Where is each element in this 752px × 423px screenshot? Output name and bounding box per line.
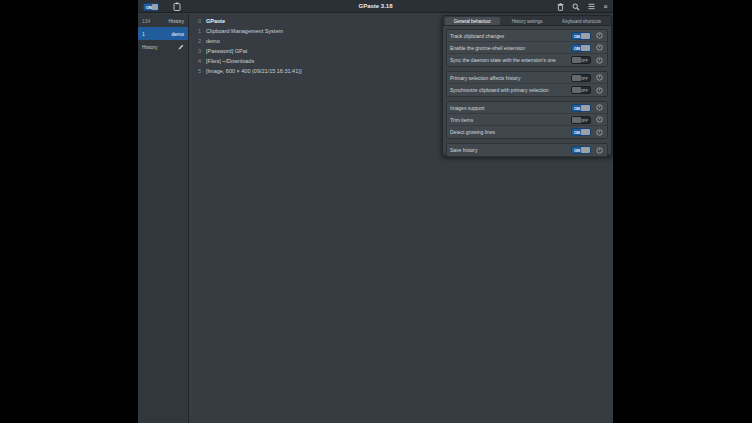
switch-state-label: OFF — [580, 75, 588, 80]
settings-group-clipboard: Track clipboard changes ON Enable the gn… — [446, 29, 608, 67]
setting-label: Images support — [450, 105, 571, 111]
empty-history-trash-icon[interactable] — [557, 3, 564, 11]
settings-tabs: General behaviour History settings Keybo… — [443, 16, 611, 26]
item-text: [Password] GPat — [206, 48, 247, 54]
history-item-count: 134 — [142, 18, 150, 24]
reset-setting-icon[interactable] — [596, 116, 603, 123]
switch-knob — [572, 117, 581, 123]
toggle-switch[interactable]: ON — [571, 44, 591, 52]
reset-setting-icon[interactable] — [596, 87, 603, 94]
rename-row-label: History — [142, 44, 158, 50]
switch-knob — [581, 129, 590, 135]
setting-label: Primary selection affects history — [450, 75, 571, 81]
close-icon[interactable]: × — [603, 3, 608, 11]
item-text: [Image, 600 × 400 (09/21/15 16:31:41)] — [206, 68, 302, 74]
settings-popover: General behaviour History settings Keybo… — [442, 15, 612, 156]
history-item-label: demo — [171, 31, 184, 37]
toggle-switch[interactable]: OFF — [571, 116, 591, 124]
setting-images-support: Images support ON — [447, 102, 607, 114]
settings-content: Track clipboard changes ON Enable the gn… — [443, 26, 611, 157]
switch-state-label: ON — [574, 45, 580, 50]
switch-knob — [581, 147, 590, 153]
item-index: 4 — [198, 58, 206, 64]
toggle-switch[interactable]: OFF — [571, 56, 591, 64]
tab-general-behaviour[interactable]: General behaviour — [445, 17, 500, 25]
clipboard-icon[interactable] — [173, 2, 181, 11]
headerbar: ON GPaste 3.18 — [138, 0, 613, 13]
sidebar-item-demo[interactable]: 1 demo — [138, 27, 188, 40]
setting-label: Trim items — [450, 117, 571, 123]
tab-history-settings[interactable]: History settings — [500, 17, 555, 25]
setting-track-clipboard-changes: Track clipboard changes ON — [447, 30, 607, 42]
item-text: GPaste — [206, 18, 225, 24]
window-title: GPaste 3.18 — [358, 3, 392, 9]
setting-save-history: Save history ON — [447, 144, 607, 156]
reset-setting-icon[interactable] — [596, 147, 603, 154]
switch-state-label: OFF — [580, 88, 588, 93]
switch-knob — [152, 4, 158, 10]
reset-setting-icon[interactable] — [596, 74, 603, 81]
switch-state-label: ON — [574, 130, 580, 135]
settings-group-primary-selection: Primary selection affects history OFF Sy… — [446, 71, 608, 97]
switch-state-label: OFF — [580, 117, 588, 122]
setting-synchronize-clipboard-primary: Synchronize clipboard with primary selec… — [447, 84, 607, 96]
switch-knob — [572, 87, 581, 93]
reset-setting-icon[interactable] — [596, 32, 603, 39]
reset-setting-icon[interactable] — [596, 57, 603, 64]
headerbar-left: ON — [143, 0, 181, 13]
clipboard-item-list: 0 GPaste 1 Clipboard Management System 2… — [190, 14, 613, 423]
history-rename-row[interactable]: History — [138, 40, 188, 53]
switch-knob — [572, 57, 581, 63]
switch-knob — [581, 33, 590, 39]
switch-knob — [581, 105, 590, 111]
item-index: 0 — [198, 18, 206, 24]
item-index: 2 — [198, 38, 206, 44]
settings-group-items: Images support ON Trim items OFF — [446, 101, 608, 139]
settings-group-history: Save history ON — [446, 143, 608, 157]
switch-state-label: ON — [574, 148, 580, 153]
setting-label: Detect growing lines — [450, 129, 571, 135]
item-text: [Files] ~/Downloads — [206, 58, 254, 64]
toggle-switch[interactable]: ON — [571, 146, 591, 154]
switch-state-label: ON — [574, 33, 580, 38]
menu-icon[interactable] — [588, 3, 595, 10]
reset-setting-icon[interactable] — [596, 104, 603, 111]
history-item-count: 1 — [142, 31, 145, 37]
setting-sync-daemon-state: Sync the daemon state with the extension… — [447, 54, 607, 66]
setting-detect-growing-lines: Detect growing lines ON — [447, 126, 607, 138]
setting-label: Save history — [450, 147, 571, 153]
setting-label: Enable the gnome-shell extension — [450, 45, 571, 51]
edit-pencil-icon[interactable] — [178, 44, 184, 50]
switch-state-label: ON — [574, 105, 580, 110]
toggle-switch[interactable]: OFF — [571, 74, 591, 82]
setting-label: Track clipboard changes — [450, 33, 571, 39]
setting-primary-selection-affects-history: Primary selection affects history OFF — [447, 72, 607, 84]
switch-state-label: OFF — [580, 58, 588, 63]
item-index: 1 — [198, 28, 206, 34]
setting-label: Synchronize clipboard with primary selec… — [450, 87, 571, 93]
toggle-switch[interactable]: ON — [571, 128, 591, 136]
tab-keyboard-shortcuts[interactable]: Keyboard shortcuts — [554, 17, 609, 25]
gpaste-window: ON GPaste 3.18 — [138, 0, 613, 423]
setting-enable-gnome-shell-extension: Enable the gnome-shell extension ON — [447, 42, 607, 54]
history-item-label: History — [168, 18, 184, 24]
setting-label: Sync the daemon state with the extension… — [450, 57, 571, 63]
toggle-switch[interactable]: ON — [571, 104, 591, 112]
toggle-switch[interactable]: OFF — [571, 86, 591, 94]
reset-setting-icon[interactable] — [596, 129, 603, 136]
item-text: demo — [206, 38, 220, 44]
toggle-switch[interactable]: ON — [571, 32, 591, 40]
reset-setting-icon[interactable] — [596, 44, 603, 51]
setting-trim-items: Trim items OFF — [447, 114, 607, 126]
item-index: 3 — [198, 48, 206, 54]
headerbar-right: × — [557, 0, 608, 13]
switch-knob — [581, 45, 590, 51]
sidebar-item-history[interactable]: 134 History — [138, 14, 188, 27]
search-icon[interactable] — [572, 3, 580, 11]
history-sidebar: 134 History 1 demo History — [138, 14, 189, 423]
daemon-tracking-switch[interactable]: ON — [143, 3, 159, 11]
item-index: 5 — [198, 68, 206, 74]
switch-knob — [572, 75, 581, 81]
item-text: Clipboard Management System — [206, 28, 283, 34]
